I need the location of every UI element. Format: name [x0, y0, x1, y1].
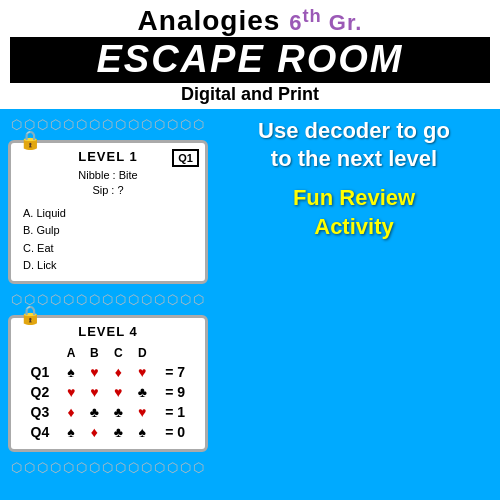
q2-b: ♥ — [83, 383, 105, 401]
col-eq — [155, 345, 195, 361]
level1-title: LEVEL 1 — [19, 149, 197, 164]
q4-a: ♠ — [61, 423, 82, 441]
decoder-text: Use decoder to goto the next level — [258, 117, 450, 174]
lock-icon-level4: 🔒 — [19, 304, 41, 326]
subtitle2-text: Digital and Print — [10, 83, 490, 107]
lock-icon-level1: 🔒 — [19, 129, 41, 151]
header: Analogies 6th Gr. ESCAPE ROOM Digital an… — [0, 0, 500, 109]
col-empty — [21, 345, 59, 361]
table-row: Q3 ♦ ♣ ♣ ♥ = 1 — [21, 403, 195, 421]
q4-score: = 0 — [155, 423, 195, 441]
q1-badge: Q1 — [172, 149, 199, 167]
q3-score: = 1 — [155, 403, 195, 421]
q3-a: ♦ — [61, 403, 82, 421]
q1-b: ♥ — [83, 363, 105, 381]
table-row: Q1 ♠ ♥ ♦ ♥ = 7 — [21, 363, 195, 381]
subtitle-text: ESCAPE ROOM — [10, 37, 490, 83]
q2-a: ♥ — [61, 383, 82, 401]
option-c: C. Eat — [23, 240, 197, 258]
header-title-line: Analogies 6th Gr. — [10, 6, 490, 37]
col-a: A — [61, 345, 82, 361]
table-row: Q4 ♠ ♦ ♣ ♠ = 0 — [21, 423, 195, 441]
main-content: ⬡⬡⬡⬡⬡⬡⬡⬡⬡⬡⬡⬡⬡⬡⬡ 🔒 LEVEL 1 Q1 Nibble : Bi… — [0, 109, 500, 500]
chain-links-bot: ⬡⬡⬡⬡⬡⬡⬡⬡⬡⬡⬡⬡⬡⬡⬡ — [11, 460, 206, 475]
level4-grid: A B C D Q1 ♠ ♥ — [19, 343, 197, 443]
q3-c: ♣ — [107, 403, 129, 421]
fun-review-text: Fun ReviewActivity — [293, 184, 415, 241]
q1-score: = 7 — [155, 363, 195, 381]
table-row: Q2 ♥ ♥ ♥ ♣ = 9 — [21, 383, 195, 401]
q4-b: ♦ — [83, 423, 105, 441]
q3-label: Q3 — [21, 403, 59, 421]
q4-label: Q4 — [21, 423, 59, 441]
option-b: B. Gulp — [23, 222, 197, 240]
q2-label: Q2 — [21, 383, 59, 401]
q1-c: ♦ — [107, 363, 129, 381]
q1-label: Q1 — [21, 363, 59, 381]
level1-options: A. Liquid B. Gulp C. Eat D. Lick — [19, 205, 197, 275]
option-d: D. Lick — [23, 257, 197, 275]
left-column: ⬡⬡⬡⬡⬡⬡⬡⬡⬡⬡⬡⬡⬡⬡⬡ 🔒 LEVEL 1 Q1 Nibble : Bi… — [8, 117, 208, 475]
grade-text: 6th Gr. — [289, 10, 362, 35]
q4-c: ♣ — [107, 423, 129, 441]
option-a: A. Liquid — [23, 205, 197, 223]
q1-d: ♥ — [131, 363, 153, 381]
level4-card: 🔒 LEVEL 4 A B C D — [8, 315, 208, 452]
col-c: C — [107, 345, 129, 361]
chain-bottom: ⬡⬡⬡⬡⬡⬡⬡⬡⬡⬡⬡⬡⬡⬡⬡ — [8, 460, 208, 475]
title-text: Analogies — [138, 5, 281, 36]
level4-title: LEVEL 4 — [19, 324, 197, 339]
q3-d: ♥ — [131, 403, 153, 421]
level1-question: Nibble : Bite Sip : ? — [19, 168, 197, 199]
q3-b: ♣ — [83, 403, 105, 421]
q1-a: ♠ — [61, 363, 82, 381]
q4-d: ♠ — [131, 423, 153, 441]
q2-c: ♥ — [107, 383, 129, 401]
page: Analogies 6th Gr. ESCAPE ROOM Digital an… — [0, 0, 500, 500]
col-d: D — [131, 345, 153, 361]
right-column: Use decoder to goto the next level Fun R… — [216, 117, 492, 241]
q2-score: = 9 — [155, 383, 195, 401]
q2-d: ♣ — [131, 383, 153, 401]
col-b: B — [83, 345, 105, 361]
level1-card: 🔒 LEVEL 1 Q1 Nibble : Bite Sip : ? A. Li… — [8, 140, 208, 284]
